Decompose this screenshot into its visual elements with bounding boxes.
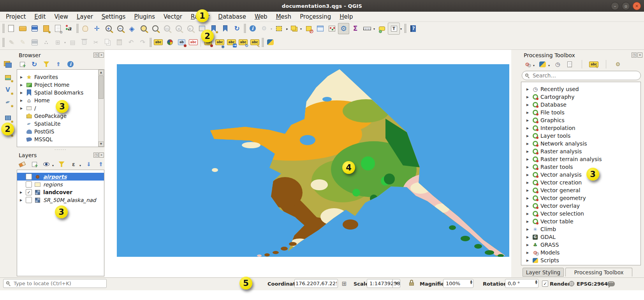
toolbox-category[interactable]: Layer tools [521, 132, 640, 140]
toolbox-category[interactable]: Vector analysis [521, 171, 640, 179]
layer-visibility-checkbox[interactable] [26, 189, 32, 195]
expander-icon[interactable] [525, 103, 530, 107]
menu-item[interactable]: Vector [159, 12, 187, 21]
messages-icon[interactable] [607, 281, 615, 286]
crs-globe-icon[interactable] [569, 281, 574, 286]
copy-features-icon[interactable] [102, 37, 113, 48]
new-spatialite-layer-icon[interactable] [1, 96, 14, 108]
layer-row[interactable]: SR_50M_alaska_nad [17, 196, 104, 204]
toolbox-category[interactable]: Scripts [521, 256, 640, 264]
rotate-label-icon[interactable] [238, 37, 249, 48]
expander-icon[interactable] [525, 251, 530, 254]
layer-row[interactable]: landcover [17, 188, 104, 196]
history-icon[interactable] [553, 60, 563, 69]
expander-icon[interactable] [525, 142, 530, 146]
highlight-pinned-labels-icon[interactable] [188, 37, 199, 48]
search-input[interactable] [532, 72, 637, 79]
expander-icon[interactable] [525, 165, 530, 169]
change-label-properties-icon[interactable] [249, 37, 260, 48]
toolbox-search[interactable] [522, 71, 641, 80]
expander-icon[interactable] [525, 243, 530, 247]
browser-scrollbar[interactable]: ▲ ▼ [98, 70, 104, 147]
menu-item[interactable]: Mesh [272, 12, 296, 21]
style-manager-icon[interactable] [64, 23, 75, 34]
toolbox-category[interactable]: Vector overlay [521, 202, 640, 210]
toolbox-category[interactable]: Network analysis [521, 140, 640, 147]
close-panel-icon[interactable]: × [637, 53, 642, 58]
zoom-next-icon[interactable] [185, 23, 196, 34]
zoom-native-icon[interactable] [161, 23, 172, 34]
expander-icon[interactable] [525, 150, 530, 153]
show-hide-labels-icon[interactable] [214, 37, 225, 48]
cut-features-icon[interactable] [90, 37, 102, 48]
browser-item[interactable]: PostGIS [17, 128, 99, 135]
expander-icon[interactable] [525, 189, 530, 192]
delete-selected-icon[interactable] [79, 37, 90, 48]
toolbox-category[interactable]: Models [521, 249, 640, 256]
toggle-editing-icon[interactable] [17, 37, 28, 48]
browser-item[interactable]: Project Home [17, 81, 99, 89]
open-layer-styling-icon[interactable] [17, 160, 27, 169]
expand-all-icon[interactable] [84, 160, 94, 169]
data-source-manager-icon[interactable] [1, 58, 14, 70]
layer-visibility-checkbox[interactable] [26, 197, 32, 203]
zoom-last-icon[interactable] [173, 23, 184, 34]
paste-features-icon[interactable] [114, 37, 125, 48]
browser-item[interactable]: GeoPackage [17, 112, 99, 120]
toolbox-category[interactable]: Vector geometry [521, 194, 640, 202]
show-spatial-bookmarks-icon[interactable] [220, 23, 231, 34]
field-calculator-icon[interactable] [326, 23, 338, 34]
filter-legend-icon[interactable] [56, 160, 67, 169]
new-print-layout-icon[interactable] [40, 23, 52, 34]
new-virtual-layer-icon[interactable] [1, 112, 14, 124]
expander-icon[interactable] [19, 107, 24, 110]
float-panel-icon[interactable]: ◳ [93, 53, 99, 58]
browser-item[interactable]: SpatiaLite [17, 120, 99, 128]
open-attribute-table-icon[interactable] [315, 23, 326, 34]
minimize-button[interactable] [611, 2, 619, 10]
magnifier-spinbox[interactable]: 100% ▲▼ [443, 279, 473, 288]
maximize-button[interactable] [622, 2, 630, 10]
processing-toolbox-icon[interactable] [338, 23, 349, 34]
expander-icon[interactable] [19, 91, 24, 95]
layer-row[interactable]: airports [17, 173, 104, 181]
pan-map-icon[interactable] [79, 23, 91, 34]
statistical-summary-icon[interactable] [350, 23, 361, 34]
menu-item[interactable]: Database [214, 12, 250, 21]
expander-icon[interactable] [525, 196, 530, 200]
expander-icon[interactable] [19, 198, 23, 202]
toolbox-category[interactable]: Cartography [521, 93, 640, 101]
toolbox-category[interactable]: Interpolation [521, 124, 640, 132]
expander-icon[interactable] [525, 126, 530, 130]
zoom-to-selection-icon[interactable] [138, 23, 149, 34]
menu-item[interactable]: Settings [97, 12, 130, 21]
toolbox-category[interactable]: GDAL [521, 233, 640, 241]
render-checkbox[interactable] [542, 281, 548, 287]
toolbox-category[interactable]: Recently used [521, 85, 640, 93]
help-icon[interactable] [407, 23, 419, 34]
menu-item[interactable]: Edit [30, 12, 50, 21]
zoom-full-extent-icon[interactable] [126, 23, 137, 34]
menu-item[interactable]: View [50, 12, 72, 21]
toolbox-options-icon[interactable] [613, 60, 623, 69]
close-panel-icon[interactable]: × [99, 53, 104, 58]
toolbox-category[interactable]: Raster terrain analysis [521, 155, 640, 163]
expander-icon[interactable] [525, 173, 530, 177]
browser-item[interactable]: Favorites [17, 73, 99, 81]
float-panel-icon[interactable]: ◳ [93, 153, 99, 158]
expander-icon[interactable] [525, 111, 530, 114]
modify-attributes-icon[interactable] [67, 37, 78, 48]
filter-expression-icon[interactable] [69, 160, 79, 169]
toolbox-category[interactable]: Raster analysis [521, 147, 640, 155]
refresh-browser-icon[interactable] [29, 60, 39, 69]
python-toolbox-icon[interactable] [537, 60, 547, 69]
toolbox-category[interactable]: Vector table [521, 218, 640, 225]
identify-features-icon[interactable] [247, 23, 258, 34]
spin-down-icon[interactable]: ▼ [535, 282, 537, 284]
zoom-out-icon[interactable] [114, 23, 126, 34]
coordinate-box[interactable] [294, 279, 338, 288]
redo-icon[interactable] [137, 37, 148, 48]
mouse-extent-toggle-icon[interactable] [340, 279, 349, 288]
expander-icon[interactable] [19, 191, 23, 194]
expander-icon[interactable] [19, 83, 24, 87]
